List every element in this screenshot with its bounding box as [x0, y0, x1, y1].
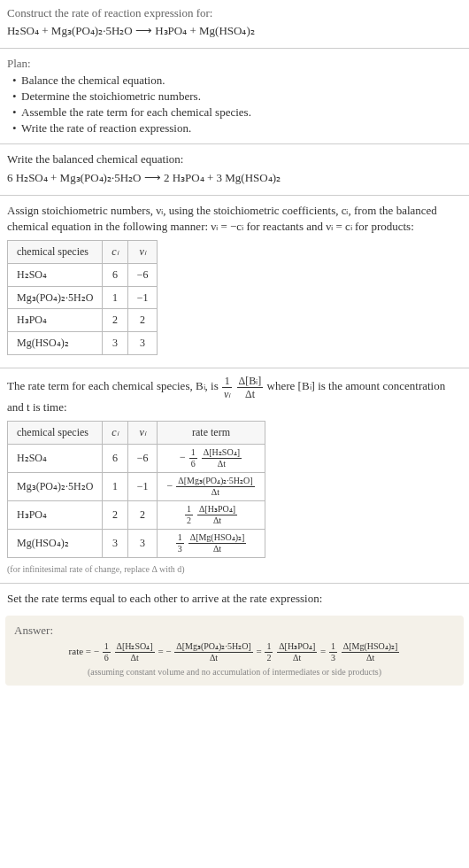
rate-expression: rate = − 16 Δ[H₂SO₄]Δt = − Δ[Mg₃(PO₄)₂·5…: [14, 642, 455, 663]
table-row: H₃PO₄22: [8, 309, 158, 332]
answer-note: (assuming constant volume and no accumul…: [14, 666, 455, 678]
rateterm-inner-frac: Δ[Bᵢ] Δt: [237, 376, 264, 399]
table-row: Mg(HSO₄)₂33: [8, 332, 158, 355]
table-header-row: chemical species cᵢ νᵢ rate term: [8, 422, 265, 445]
col-ci: cᵢ: [103, 422, 127, 445]
divider: [0, 368, 469, 368]
intro-section: Construct the rate of reaction expressio…: [0, 0, 469, 46]
table-row: Mg₃(PO₄)₂·5H₂O1−1: [8, 286, 158, 309]
rateterm-note: (for infinitesimal rate of change, repla…: [7, 563, 462, 576]
col-species: chemical species: [8, 422, 103, 445]
divider: [0, 48, 469, 49]
stoich-intro: Assign stoichiometric numbers, νᵢ, using…: [7, 203, 462, 235]
rateterm-outer-frac: 1 νᵢ: [222, 376, 232, 399]
plan-item: Balance the chemical equation.: [12, 73, 462, 89]
col-vi: νᵢ: [127, 241, 158, 264]
table-row: Mg₃(PO₄)₂·5H₂O 1 −1 − Δ[Mg₃(PO₄)₂·5H₂O]Δ…: [8, 473, 265, 501]
plan-list: Balance the chemical equation. Determine…: [7, 73, 462, 137]
plan-title: Plan:: [7, 56, 462, 72]
table-row: H₂SO₄ 6 −6 − 16 Δ[H₂SO₄]Δt: [8, 445, 265, 473]
stoich-section: Assign stoichiometric numbers, νᵢ, using…: [0, 198, 469, 366]
col-ci: cᵢ: [103, 241, 127, 264]
intro-prompt: Construct the rate of reaction expressio…: [7, 5, 462, 21]
table-row: H₃PO₄ 2 2 12 Δ[H₃PO₄]Δt: [8, 501, 265, 530]
unbalanced-equation: H₂SO₄ + Mg₃(PO₄)₂·5H₂O ⟶ H₃PO₄ + Mg(HSO₄…: [7, 23, 462, 39]
divider: [0, 583, 469, 584]
plan-item: Assemble the rate term for each chemical…: [12, 105, 462, 120]
balanced-section: Write the balanced chemical equation: 6 …: [0, 146, 469, 192]
plan-section: Plan: Balance the chemical equation. Det…: [0, 50, 469, 142]
balanced-equation: 6 H₂SO₄ + Mg₃(PO₄)₂·5H₂O ⟶ 2 H₃PO₄ + 3 M…: [7, 170, 462, 186]
answer-label: Answer:: [14, 623, 455, 639]
rateterm-section: The rate term for each chemical species,…: [0, 370, 469, 581]
answer-box: Answer: rate = − 16 Δ[H₂SO₄]Δt = − Δ[Mg₃…: [5, 616, 464, 686]
final-section: Set the rate terms equal to each other t…: [0, 585, 469, 612]
table-row: Mg(HSO₄)₂ 3 3 13 Δ[Mg(HSO₄)₂]Δt: [8, 530, 265, 558]
table-row: H₂SO₄6−6: [8, 263, 158, 286]
col-vi: νᵢ: [127, 422, 158, 445]
final-intro: Set the rate terms equal to each other t…: [7, 591, 462, 607]
col-rateterm: rate term: [158, 422, 265, 445]
plan-item: Determine the stoichiometric numbers.: [12, 89, 462, 105]
stoich-table: chemical species cᵢ νᵢ H₂SO₄6−6 Mg₃(PO₄)…: [7, 240, 158, 355]
plan-item: Write the rate of reaction expression.: [12, 120, 462, 136]
table-header-row: chemical species cᵢ νᵢ: [8, 241, 158, 264]
rateterm-intro: The rate term for each chemical species,…: [7, 376, 462, 415]
divider: [0, 143, 469, 144]
col-species: chemical species: [8, 241, 103, 264]
rateterm-table: chemical species cᵢ νᵢ rate term H₂SO₄ 6…: [7, 421, 265, 558]
divider: [0, 195, 469, 196]
balanced-title: Write the balanced chemical equation:: [7, 151, 462, 167]
